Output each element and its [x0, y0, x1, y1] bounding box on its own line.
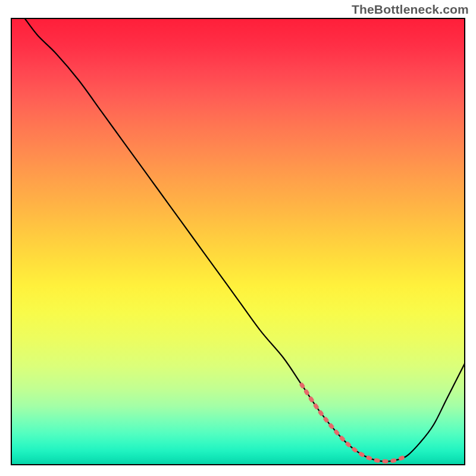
chart-container: TheBottleneck.com — [0, 0, 476, 476]
bottleneck-curve — [24, 18, 465, 461]
sweet-spot-highlight — [302, 385, 406, 462]
plot-outer — [11, 18, 465, 465]
bottleneck-curve-layer — [11, 18, 465, 465]
watermark-text: TheBottleneck.com — [352, 2, 469, 17]
